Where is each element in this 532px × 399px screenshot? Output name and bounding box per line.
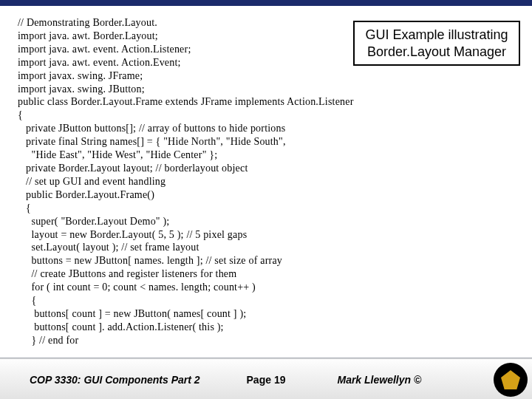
footer-course: COP 3330: GUI Components Part 2 xyxy=(0,374,225,386)
top-accent-bar xyxy=(0,0,532,6)
ucf-logo xyxy=(494,363,528,397)
footer-page: Page 19 xyxy=(225,374,308,386)
footer: COP 3330: GUI Components Part 2 Page 19 … xyxy=(0,358,532,399)
footer-bar: COP 3330: GUI Components Part 2 Page 19 … xyxy=(0,360,532,399)
title-callout: GUI Example illustrating Border.Layout M… xyxy=(353,21,520,66)
pegasus-icon xyxy=(501,370,520,389)
title-line-2: Border.Layout Manager xyxy=(358,44,516,61)
code-listing: // Demonstrating Border.Layout. import j… xyxy=(18,16,514,347)
slide-content: // Demonstrating Border.Layout. import j… xyxy=(0,6,532,347)
title-line-1: GUI Example illustrating xyxy=(358,27,516,44)
